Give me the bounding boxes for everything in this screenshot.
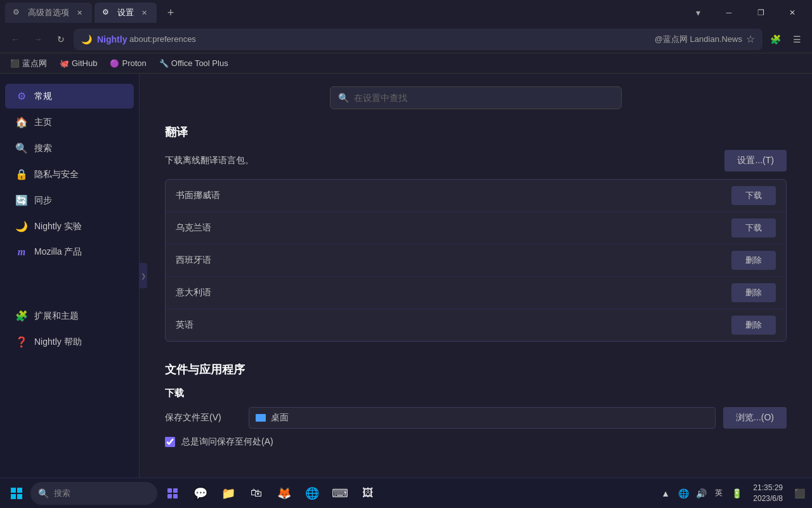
sidebar-label-home: 主页 (34, 117, 52, 128)
tab-close-2[interactable]: ✕ (139, 8, 149, 18)
address-bar[interactable]: 🌙 Nightly about:preferences @蓝点网 Landian… (74, 29, 763, 50)
gear-icon: ⚙ (15, 90, 28, 102)
bookmark-officetool[interactable]: 🔧 Office Tool Plus (154, 55, 233, 72)
sidebar-label-privacy: 隐私与安全 (34, 169, 79, 180)
help-icon: ❓ (15, 336, 28, 348)
sidebar-label-sync: 同步 (34, 195, 52, 206)
sidebar-collapse-handle[interactable]: ❯ (140, 263, 147, 288)
bookmark-bluedot[interactable]: ⬛ 蓝点网 (5, 55, 52, 72)
sidebar-item-mozilla[interactable]: m Mozilla 产品 (5, 240, 134, 264)
content-area: 🔍 翻译 下载离线翻译语言包。 设置...(T) 书面挪威语 下载 乌克兰语 下… (140, 74, 812, 478)
translation-description-row: 下载离线翻译语言包。 设置...(T) (165, 150, 787, 171)
search-bar-icon: 🔍 (338, 93, 349, 103)
bookmark-label-github: GitHub (72, 58, 97, 68)
svg-rect-2 (11, 494, 16, 499)
address-favicon: 🌙 (81, 34, 92, 44)
bookmark-icon-bluedot: ⬛ (10, 59, 20, 68)
menu-button[interactable]: ☰ (787, 29, 807, 50)
tab-1[interactable]: ⚙ 高级首选项 ✕ (5, 3, 92, 23)
language-action-4[interactable]: 删除 (731, 316, 776, 335)
always-ask-label[interactable]: 总是询问保存至何处(A) (181, 436, 273, 448)
taskbar-tray: ▲ 🌐 🔊 英 🔋 (658, 486, 744, 501)
bookmark-icon-proton: 🟣 (110, 59, 119, 68)
tray-battery-icon[interactable]: 🔋 (729, 486, 744, 501)
bookmark-label-bluedot: 蓝点网 (22, 58, 47, 69)
tray-notifications[interactable]: ⬛ (792, 486, 807, 501)
language-row-2: 西班牙语 删除 (166, 244, 786, 277)
sidebar-item-help[interactable]: ❓ Nightly 帮助 (5, 330, 134, 354)
bookmark-label-proton: Proton (122, 58, 146, 68)
address-brand: Nightly (97, 34, 127, 44)
taskbar-time: 21:35:29 (753, 483, 783, 493)
taskbar-clock[interactable]: 21:35:29 2023/6/8 (749, 481, 787, 505)
taskbar-store[interactable]: 🛍 (244, 481, 269, 506)
forward-button[interactable]: → (28, 29, 48, 50)
tray-network-icon[interactable]: 🌐 (676, 486, 691, 501)
language-row-3: 意大利语 删除 (166, 277, 786, 309)
language-action-2[interactable]: 删除 (731, 251, 776, 270)
bookmark-proton[interactable]: 🟣 Proton (105, 55, 151, 72)
taskbar-date: 2023/6/8 (753, 493, 783, 504)
language-name-4: 英语 (176, 319, 193, 331)
bookmark-star-icon[interactable]: ☆ (746, 33, 755, 45)
extensions-button[interactable]: 🧩 (765, 29, 785, 50)
start-button[interactable] (5, 482, 28, 505)
browse-button[interactable]: 浏览...(O) (723, 407, 787, 429)
sidebar-item-privacy[interactable]: 🔒 隐私与安全 (5, 162, 134, 187)
language-action-3[interactable]: 删除 (731, 283, 776, 302)
taskbar-right: ▲ 🌐 🔊 英 🔋 21:35:29 2023/6/8 ⬛ (658, 481, 807, 505)
taskbar-photos[interactable]: 🖼 (355, 481, 381, 506)
tray-speaker-icon[interactable]: 🔊 (693, 486, 709, 501)
download-path-field[interactable]: 桌面 (249, 407, 716, 429)
tab-list-button[interactable]: ▾ (689, 4, 707, 22)
language-action-0[interactable]: 下载 (731, 186, 776, 205)
search-input[interactable] (354, 93, 613, 103)
sync-icon: 🔄 (15, 194, 28, 206)
sidebar-label-extensions: 扩展和主题 (34, 311, 79, 322)
taskbar-task-view[interactable] (160, 481, 185, 506)
taskbar-terminal[interactable]: ⌨ (327, 481, 353, 506)
translation-settings-button[interactable]: 设置...(T) (724, 150, 787, 171)
back-button[interactable]: ← (5, 29, 25, 50)
reload-button[interactable]: ↻ (51, 29, 71, 50)
navbar: ← → ↻ 🌙 Nightly about:preferences @蓝点网 L… (0, 25, 812, 53)
bookmark-github[interactable]: 🐙 GitHub (55, 55, 102, 72)
taskbar-search[interactable]: 🔍 搜索 (30, 482, 157, 505)
download-subsection-title: 下载 (165, 387, 787, 399)
tab-favicon-1: ⚙ (13, 8, 23, 18)
sidebar-item-search[interactable]: 🔍 搜索 (5, 136, 134, 161)
taskbar-edge[interactable]: 🌐 (299, 481, 325, 506)
language-row-4: 英语 删除 (166, 309, 786, 341)
bookmark-label-officetool: Office Tool Plus (171, 58, 228, 68)
settings-search-bar[interactable]: 🔍 (330, 86, 622, 109)
sidebar-item-nightly[interactable]: 🌙 Nightly 实验 (5, 214, 134, 239)
sidebar-item-general[interactable]: ⚙ 常规 (5, 84, 134, 109)
desktop-icon (256, 414, 266, 422)
taskbar-explorer[interactable]: 📁 (216, 481, 241, 506)
tab-2[interactable]: ⚙ 设置 ✕ (95, 3, 157, 23)
minimize-button[interactable]: ─ (714, 3, 743, 23)
task-view-icon (167, 488, 178, 499)
site-info: @蓝点网 Landian.News (655, 34, 742, 45)
tray-language[interactable]: 英 (711, 486, 726, 501)
maximize-button[interactable]: ❐ (746, 3, 775, 23)
sidebar-item-sync[interactable]: 🔄 同步 (5, 188, 134, 213)
sidebar-item-home[interactable]: 🏠 主页 (5, 110, 134, 135)
language-action-1[interactable]: 下载 (731, 218, 776, 237)
taskbar: 🔍 搜索 💬 📁 🛍 🦊 🌐 ⌨ 🖼 ▲ 🌐 🔊 英 🔋 21:35:29 20… (0, 478, 812, 508)
sidebar-item-extensions[interactable]: 🧩 扩展和主题 (5, 304, 134, 328)
tray-show-hidden[interactable]: ▲ (658, 486, 673, 501)
tab-title-2: 设置 (117, 7, 134, 18)
extensions-icon: 🧩 (15, 310, 28, 322)
sidebar-label-nightly: Nightly 实验 (34, 221, 82, 232)
translation-description: 下载离线翻译语言包。 (165, 155, 254, 166)
taskbar-chat[interactable]: 💬 (188, 481, 213, 506)
new-tab-button[interactable]: + (162, 4, 180, 22)
always-ask-checkbox[interactable] (165, 437, 175, 447)
tab-close-1[interactable]: ✕ (74, 8, 84, 18)
close-button[interactable]: ✕ (778, 3, 807, 23)
sidebar-label-help: Nightly 帮助 (34, 337, 82, 348)
taskbar-firefox[interactable]: 🦊 (272, 481, 297, 506)
address-text: Nightly about:preferences (97, 34, 196, 44)
save-path-value: 桌面 (271, 412, 289, 424)
